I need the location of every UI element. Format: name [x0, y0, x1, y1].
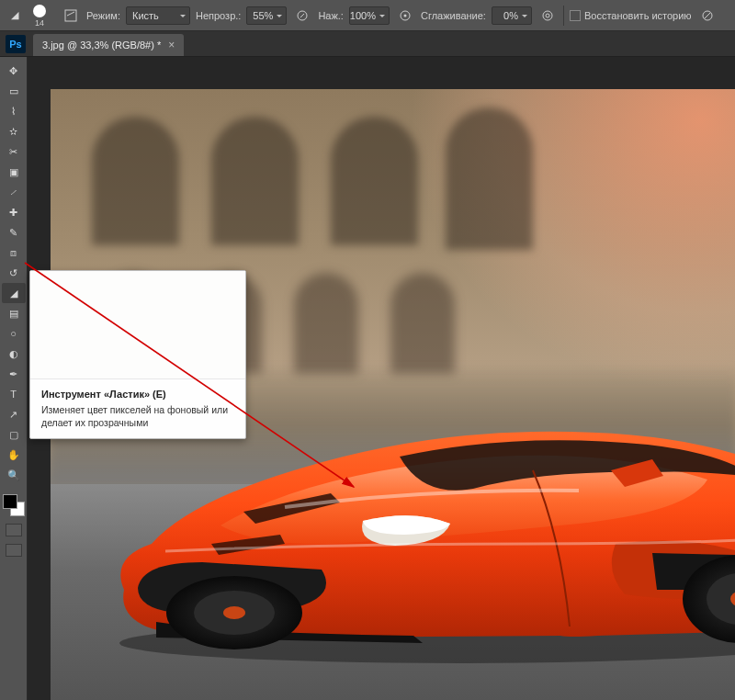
type-tool[interactable]: T: [2, 384, 26, 404]
screen-mode-icon[interactable]: [6, 544, 22, 557]
smoothing-input[interactable]: 0%: [492, 6, 532, 25]
frame-tool[interactable]: ▣: [2, 162, 26, 182]
tools-panel: ✥▭⌇✫✂▣⟋✚✎⧈↺◢▤○◐✒T↗▢✋🔍: [0, 57, 28, 700]
airbrush-icon[interactable]: [395, 6, 415, 26]
smoothing-options-icon[interactable]: [537, 6, 558, 26]
svg-point-5: [546, 14, 549, 17]
mode-dropdown[interactable]: Кисть: [126, 6, 190, 25]
hand-tool[interactable]: ✋: [2, 445, 26, 465]
opacity-pressure-icon[interactable]: [292, 6, 312, 26]
close-tab-icon[interactable]: ×: [168, 39, 175, 51]
foreground-color-swatch[interactable]: [3, 494, 17, 509]
history-brush-tool[interactable]: ↺: [2, 263, 26, 283]
zoom-tool[interactable]: 🔍: [2, 465, 26, 485]
brush-preview-swatch: [33, 5, 46, 17]
lasso-tool[interactable]: ⌇: [2, 101, 26, 121]
pen-tool[interactable]: ✒: [2, 364, 26, 384]
opacity-input[interactable]: 55%: [246, 6, 287, 25]
tool-tooltip: Инструмент «Ластик» (E) Изменяет цвет пи…: [29, 270, 246, 439]
healing-brush-tool[interactable]: ✚: [2, 202, 26, 222]
eraser-tool[interactable]: ◢: [2, 283, 26, 303]
eraser-indicator-icon: ◢: [6, 6, 24, 26]
gradient-tool[interactable]: ▤: [2, 303, 26, 323]
smoothing-value: 0%: [503, 10, 518, 21]
tooltip-description: Изменяет цвет пикселей на фоновый или де…: [30, 403, 245, 429]
rectangle-tool[interactable]: ▢: [2, 424, 26, 445]
path-select-tool[interactable]: ↗: [2, 404, 26, 424]
color-swatches[interactable]: [3, 494, 25, 516]
quick-mask-icon[interactable]: [6, 524, 22, 536]
svg-point-3: [403, 14, 406, 17]
brush-tool[interactable]: ✎: [2, 222, 26, 243]
clone-stamp-tool[interactable]: ⧈: [2, 243, 26, 263]
brush-panel-toggle-icon[interactable]: [61, 6, 81, 26]
svg-rect-0: [65, 10, 76, 21]
dodge-tool[interactable]: ◐: [2, 344, 26, 364]
opacity-label: Непрозр.:: [196, 10, 241, 21]
move-tool[interactable]: ✥: [2, 61, 26, 81]
flow-input[interactable]: 100%: [349, 6, 390, 25]
checkbox-icon: [570, 10, 581, 21]
document-tab[interactable]: 3.jpg @ 33,3% (RGB/8#) * ×: [33, 34, 184, 56]
mode-label: Режим:: [86, 10, 120, 21]
opacity-value: 55%: [253, 10, 273, 21]
document-tabs: 3.jpg @ 33,3% (RGB/8#) * ×: [0, 31, 735, 57]
eyedropper-tool[interactable]: ⟋: [2, 182, 26, 202]
options-bar: ◢ 14 Режим: Кисть Непрозр.: 55% Наж.: 10…: [0, 0, 735, 31]
tooltip-preview: [30, 271, 245, 379]
flow-value: 100%: [350, 10, 376, 21]
tooltip-title: Инструмент «Ластик» (E): [30, 379, 245, 403]
document-tab-title: 3.jpg @ 33,3% (RGB/8#) *: [42, 40, 161, 51]
photoshop-logo: Ps: [6, 35, 26, 53]
smoothing-label: Сглаживание:: [421, 10, 486, 21]
separator: [563, 6, 564, 26]
svg-point-4: [543, 11, 552, 20]
size-pressure-icon[interactable]: [697, 6, 718, 26]
flow-label: Наж.:: [318, 10, 344, 21]
restore-history-checkbox[interactable]: Восстановить историю: [570, 10, 692, 21]
crop-tool[interactable]: ✂: [2, 141, 26, 162]
quick-select-tool[interactable]: ✫: [2, 121, 26, 141]
blur-tool[interactable]: ○: [2, 323, 26, 344]
svg-point-10: [223, 606, 245, 619]
brush-size-value: 14: [35, 18, 44, 28]
restore-history-label: Восстановить историю: [584, 10, 692, 21]
marquee-tool[interactable]: ▭: [2, 81, 26, 101]
brush-preset-picker[interactable]: 14: [29, 3, 55, 28]
mode-value: Кисть: [132, 10, 159, 21]
